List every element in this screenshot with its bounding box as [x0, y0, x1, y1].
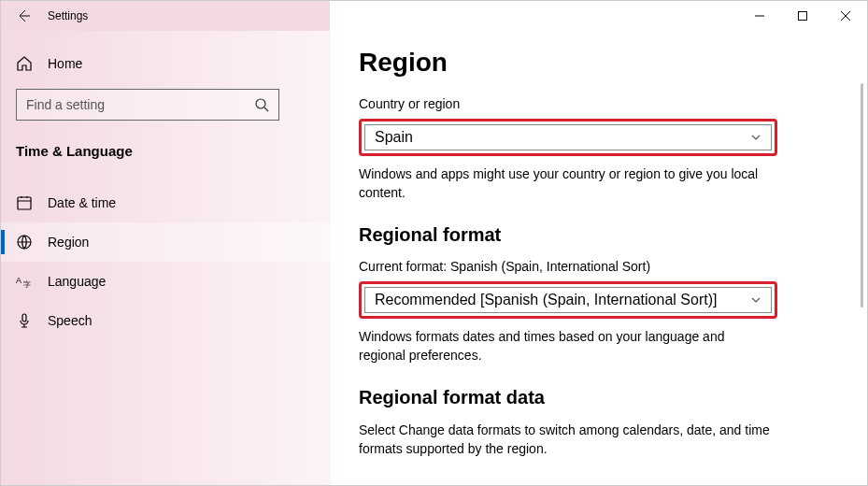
minimize-button[interactable]	[738, 1, 781, 31]
sidebar: Home Time & Language	[1, 31, 331, 485]
format-description: Windows formats dates and times based on…	[359, 328, 770, 364]
svg-text:字: 字	[23, 280, 31, 289]
regional-format-title: Regional format	[359, 224, 830, 246]
chevron-down-icon	[750, 294, 761, 306]
sidebar-item-language[interactable]: A 字 Language	[1, 262, 331, 301]
format-value: Recommended [Spanish (Spain, Internation…	[375, 292, 717, 308]
scrollbar-thumb[interactable]	[861, 83, 863, 307]
sidebar-item-date-time[interactable]: Date & time	[1, 183, 331, 222]
country-dropdown-highlight: Spain	[359, 119, 777, 156]
chevron-down-icon	[750, 132, 761, 143]
search-input[interactable]	[26, 97, 254, 112]
search-icon	[254, 97, 269, 112]
content-area: Region Country or region Spain Windows a…	[331, 31, 867, 485]
country-value: Spain	[375, 129, 413, 146]
format-dropdown[interactable]: Recommended [Spanish (Spain, Internation…	[364, 287, 772, 313]
close-button[interactable]	[824, 1, 867, 31]
country-description: Windows and apps might use your country …	[359, 165, 770, 202]
svg-point-1	[256, 99, 265, 108]
sidebar-item-label: Date & time	[48, 195, 116, 210]
svg-rect-0	[799, 12, 807, 21]
regional-format-data-description: Select Change data formats to switch amo…	[359, 422, 770, 458]
sidebar-item-label: Speech	[48, 313, 92, 328]
sidebar-item-label: Language	[48, 274, 106, 289]
country-label: Country or region	[359, 96, 830, 111]
current-format-label: Current format: Spanish (Spain, Internat…	[359, 259, 830, 274]
sidebar-item-speech[interactable]: Speech	[1, 301, 331, 340]
regional-format-data-title: Regional format data	[359, 387, 830, 408]
sidebar-category: Time & Language	[1, 132, 331, 172]
svg-rect-6	[22, 314, 26, 322]
microphone-icon	[16, 312, 33, 329]
format-dropdown-highlight: Recommended [Spanish (Spain, Internation…	[359, 281, 777, 319]
sidebar-item-region[interactable]: Region	[1, 222, 331, 262]
back-button[interactable]	[16, 8, 31, 23]
calendar-icon	[16, 194, 33, 211]
sidebar-item-label: Region	[48, 235, 89, 250]
page-title: Region	[359, 48, 830, 78]
svg-text:A: A	[16, 276, 21, 285]
language-icon: A 字	[16, 273, 33, 290]
search-box[interactable]	[16, 89, 279, 121]
window-title: Settings	[48, 9, 88, 22]
globe-icon	[16, 234, 33, 250]
sidebar-home-label: Home	[48, 56, 82, 71]
country-dropdown[interactable]: Spain	[364, 124, 772, 150]
sidebar-home[interactable]: Home	[1, 46, 331, 81]
home-icon	[16, 55, 33, 72]
maximize-button[interactable]	[781, 1, 824, 31]
svg-rect-2	[18, 197, 31, 209]
